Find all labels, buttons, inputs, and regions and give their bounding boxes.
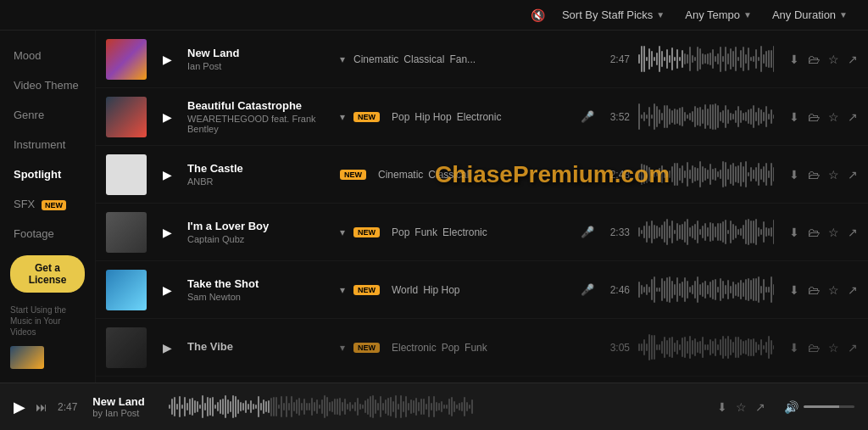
folder-icon[interactable]: 🗁 bbox=[808, 341, 820, 355]
track-play-button[interactable] bbox=[155, 163, 179, 187]
get-license-button[interactable]: Get a License bbox=[10, 255, 85, 293]
track-title: Beautiful Catastrophe bbox=[187, 99, 331, 112]
track-waveform[interactable] bbox=[638, 44, 774, 75]
track-artist: Captain Qubz bbox=[187, 234, 331, 244]
track-info: I'm a Lover Boy Captain Qubz bbox=[187, 220, 331, 244]
star-icon[interactable]: ☆ bbox=[828, 53, 839, 66]
share-icon[interactable]: ↗ bbox=[848, 168, 858, 181]
tempo-dropdown[interactable]: Any Tempo ▼ bbox=[678, 6, 759, 24]
track-tag[interactable]: Fan... bbox=[449, 53, 476, 65]
track-artist: Ian Post bbox=[187, 61, 331, 71]
track-tag[interactable]: Funk bbox=[415, 226, 437, 238]
star-icon[interactable]: ☆ bbox=[828, 110, 839, 124]
track-tag[interactable]: Pop bbox=[392, 226, 409, 238]
track-thumbnail bbox=[106, 97, 147, 137]
track-thumbnail bbox=[106, 327, 147, 368]
track-tag[interactable]: Pop bbox=[442, 342, 459, 354]
track-actions: ⬇ 🗁 ☆ ↗ bbox=[789, 110, 858, 124]
track-tags: Pop Funk Electronic bbox=[392, 226, 572, 238]
track-play-button[interactable] bbox=[155, 47, 179, 71]
star-icon[interactable]: ☆ bbox=[828, 168, 839, 181]
track-waveform[interactable] bbox=[638, 102, 774, 132]
track-tag[interactable]: Electronic bbox=[442, 226, 487, 238]
sidebar-item-footage[interactable]: Footage bbox=[0, 219, 95, 249]
track-thumbnail bbox=[106, 270, 147, 310]
track-tag[interactable]: Cinematic bbox=[353, 53, 398, 65]
expand-button[interactable]: ▾ bbox=[340, 226, 345, 238]
folder-icon[interactable]: 🗁 bbox=[808, 283, 820, 297]
share-icon[interactable]: ↗ bbox=[848, 283, 858, 297]
star-icon[interactable]: ☆ bbox=[828, 226, 839, 239]
sort-by-dropdown[interactable]: Sort By Staff Picks ▼ bbox=[555, 6, 671, 24]
track-tag[interactable]: World bbox=[392, 284, 418, 296]
player-play-button[interactable]: ▶ bbox=[14, 398, 25, 416]
track-tags: Pop Hip Hop Electronic bbox=[392, 111, 572, 123]
track-tag[interactable]: Classical bbox=[403, 53, 444, 65]
sidebar-item-genre[interactable]: Genre bbox=[0, 100, 95, 130]
track-tag[interactable]: Pop bbox=[392, 111, 409, 123]
folder-icon[interactable]: 🗁 bbox=[808, 53, 820, 66]
download-icon[interactable]: ⬇ bbox=[789, 341, 799, 355]
share-icon[interactable]: ↗ bbox=[848, 110, 858, 124]
sidebar-item-sfx[interactable]: SFX NEW bbox=[0, 189, 95, 219]
track-waveform[interactable] bbox=[638, 159, 774, 190]
top-bar: 🔇 Sort By Staff Picks ▼ Any Tempo ▼ Any … bbox=[0, 0, 868, 31]
download-icon[interactable]: ⬇ bbox=[789, 53, 799, 66]
track-waveform[interactable] bbox=[638, 275, 774, 305]
sort-by-arrow: ▼ bbox=[656, 10, 665, 20]
mute-icon[interactable]: 🔇 bbox=[531, 8, 545, 22]
folder-icon[interactable]: 🗁 bbox=[808, 226, 820, 239]
sidebar-item-mood[interactable]: Mood bbox=[0, 41, 95, 70]
star-icon[interactable]: ☆ bbox=[828, 341, 839, 355]
player-star-icon[interactable]: ☆ bbox=[736, 400, 747, 414]
track-play-button[interactable] bbox=[155, 278, 179, 302]
star-icon[interactable]: ☆ bbox=[828, 283, 839, 297]
track-duration: 3:52 bbox=[603, 111, 630, 123]
track-play-button[interactable] bbox=[155, 221, 179, 244]
volume-icon[interactable]: 🔊 bbox=[784, 400, 798, 414]
volume-slider[interactable] bbox=[804, 405, 854, 408]
expand-button[interactable]: ▾ bbox=[340, 342, 345, 354]
track-tag[interactable]: Cinematic bbox=[378, 169, 423, 181]
sidebar-item-instrument[interactable]: Instrument bbox=[0, 130, 95, 159]
track-waveform[interactable] bbox=[638, 332, 774, 363]
track-thumbnail bbox=[106, 154, 147, 195]
track-tag[interactable]: Funk bbox=[465, 342, 487, 354]
expand-button[interactable]: ▾ bbox=[340, 111, 345, 123]
share-icon[interactable]: ↗ bbox=[848, 53, 858, 66]
track-tag[interactable]: Classical bbox=[428, 169, 469, 181]
player-download-icon[interactable]: ⬇ bbox=[717, 400, 727, 414]
download-icon[interactable]: ⬇ bbox=[789, 226, 799, 239]
sidebar-item-spotlight[interactable]: Spotlight bbox=[0, 159, 95, 189]
download-icon[interactable]: ⬇ bbox=[789, 110, 799, 124]
player-share-icon[interactable]: ↗ bbox=[755, 400, 765, 414]
track-tag[interactable]: Electronic bbox=[457, 111, 502, 123]
download-icon[interactable]: ⬇ bbox=[789, 283, 799, 297]
share-icon[interactable]: ↗ bbox=[848, 226, 858, 239]
player-actions: ⬇ ☆ ↗ bbox=[717, 400, 765, 414]
track-tag[interactable]: Hip Hop bbox=[415, 111, 451, 123]
player-next-button[interactable]: ⏭ bbox=[36, 400, 47, 414]
track-info: The Castle ANBR bbox=[187, 162, 331, 187]
folder-icon[interactable]: 🗁 bbox=[808, 110, 820, 124]
duration-arrow: ▼ bbox=[839, 10, 848, 20]
track-row: Beautiful Catastrophe WEARETHEGOOD feat.… bbox=[96, 88, 868, 146]
player-track-artist: by Ian Post bbox=[92, 408, 144, 418]
track-waveform[interactable] bbox=[638, 217, 774, 248]
track-list: New Land Ian Post ▾ Cinematic Classical … bbox=[96, 31, 868, 383]
track-play-button[interactable] bbox=[155, 336, 179, 360]
track-tag[interactable]: Electronic bbox=[392, 342, 437, 354]
track-artist: ANBR bbox=[187, 176, 331, 187]
sidebar-item-video-theme[interactable]: Video Theme bbox=[0, 70, 95, 100]
expand-button[interactable]: ▾ bbox=[340, 53, 345, 65]
duration-dropdown[interactable]: Any Duration ▼ bbox=[765, 6, 854, 24]
track-play-button[interactable] bbox=[155, 105, 179, 129]
download-icon[interactable]: ⬇ bbox=[789, 168, 799, 181]
share-icon[interactable]: ↗ bbox=[848, 341, 858, 355]
player-waveform[interactable] bbox=[169, 394, 693, 421]
track-duration: 2:48 bbox=[603, 169, 630, 181]
folder-icon[interactable]: 🗁 bbox=[808, 168, 820, 181]
track-tag[interactable]: Hip Hop bbox=[423, 284, 459, 296]
track-row: The Vibe ▾ NEW Electronic Pop Funk 3:05 … bbox=[96, 319, 868, 377]
expand-button[interactable]: ▾ bbox=[340, 284, 345, 296]
